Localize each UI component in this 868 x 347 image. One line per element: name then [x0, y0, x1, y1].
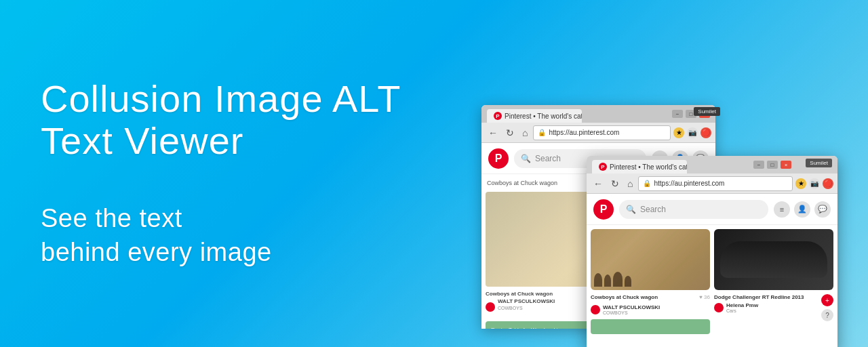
front-pin-title-left: Cowboys at Chuck wagon — [591, 294, 658, 300]
star-icon-front[interactable]: ★ — [795, 178, 806, 189]
front-pin-user-left: WALT PSCULKOWSKI COWBOYS — [591, 304, 710, 315]
like-count: ♥ 36 — [699, 294, 710, 300]
pinterest-search-front[interactable]: 🔍 Search — [619, 200, 768, 219]
pinterest-logo-front: P — [593, 199, 614, 220]
toolbar-icons-back: ★ 📷 🔴 — [673, 127, 711, 138]
minimize-button-back[interactable]: − — [672, 110, 683, 118]
tab-area-front: Pinterest • The world's cat... × — [592, 156, 687, 174]
subtitle-line1: See the text — [41, 204, 182, 232]
sumilet-label-front: Sumilet — [806, 159, 832, 167]
front-user-board-left: COWBOYS — [603, 310, 660, 315]
page-background: Collusion Image ALT Text Viewer See the … — [0, 0, 868, 347]
search-placeholder-back: Search — [535, 154, 561, 163]
person4 — [625, 276, 631, 287]
menu-icon-front[interactable]: ≡ — [774, 201, 790, 218]
action-buttons-right: + ? — [821, 294, 833, 321]
address-bar-back[interactable]: 🔒 https://au.pinterest.com — [533, 125, 671, 140]
star-icon-back[interactable]: ★ — [673, 127, 684, 138]
browser-content-front: P 🔍 Search ≡ 👤 💬 — [587, 194, 837, 347]
front-user-name-left: WALT PSCULKOWSKI — [603, 304, 660, 310]
user-avatar-front-right — [714, 303, 724, 312]
home-button-back[interactable]: ⌂ — [519, 126, 530, 140]
minimize-button-front[interactable]: − — [753, 161, 764, 169]
front-user-board-right: Cars — [726, 308, 758, 313]
back-user-name: WALT PSCULKOWSKI — [498, 298, 555, 304]
home-button-front[interactable]: ⌂ — [625, 177, 635, 190]
toolbar-icons-front: ★ 📷 🔴 — [795, 178, 833, 189]
maximize-button-front[interactable]: □ — [767, 161, 778, 169]
front-content-area: Cowboys at Chuck wagon ♥ 36 WALT PSCULKO… — [587, 225, 837, 347]
profile-icon-front[interactable]: 👤 — [794, 201, 810, 218]
ext-icon-back[interactable]: 📷 — [687, 127, 698, 138]
user-avatar-front-left — [591, 305, 600, 314]
back-user-board: COWBOYS — [498, 306, 555, 310]
back-button-back[interactable]: ← — [486, 126, 500, 140]
header-icons-front: ≡ 👤 💬 — [774, 201, 831, 218]
search-icon-back: 🔍 — [521, 154, 531, 163]
tab-back[interactable]: Pinterest • The world's cat... × — [487, 109, 582, 123]
tab-label-back: Pinterest • The world's cat... — [505, 113, 582, 120]
lock-icon-back: 🔒 — [538, 129, 546, 136]
address-text-front: https://au.pinterest.com — [654, 180, 724, 187]
toolbar-front: ← ↻ ⌂ 🔒 https://au.pinterest.com ★ 📷 🔴 — [587, 174, 837, 194]
front-pin-title-right: Dodge Challenger RT Redline 2013 — [714, 294, 804, 300]
tab-label-front: Pinterest • The world's cat... — [610, 163, 687, 171]
pinterest-favicon-front — [599, 163, 607, 171]
car-silhouette — [720, 241, 827, 278]
browser-mockups-container: Pinterest • The world's cat... × − □ × ←… — [475, 0, 868, 347]
front-pin-actions-left: Cowboys at Chuck wagon ♥ 36 — [591, 294, 710, 300]
like-icon: ♥ — [699, 294, 703, 300]
reload-button-back[interactable]: ↻ — [503, 126, 517, 140]
sumilet-label-back: Sumilet — [694, 107, 720, 116]
person3 — [613, 272, 623, 287]
lock-icon-front: 🔒 — [643, 180, 651, 187]
pinterest-header-front: P 🔍 Search ≡ 👤 💬 — [587, 194, 837, 225]
sepia-people — [594, 272, 707, 287]
main-title: Collusion Image ALT Text Viewer — [41, 78, 434, 161]
user-avatar-back — [486, 302, 495, 312]
close-button-front[interactable]: × — [781, 161, 791, 169]
front-user-name-right: Helena Pmw — [726, 302, 758, 308]
like-number: 36 — [704, 294, 710, 300]
browser-window-front: Pinterest • The world's cat... × Sumilet… — [587, 156, 837, 347]
search-icon-front: 🔍 — [626, 205, 636, 214]
subtitle-line2: behind every image — [41, 238, 272, 266]
front-car-image — [714, 229, 833, 290]
reload-button-front[interactable]: ↻ — [608, 177, 622, 190]
front-sepia-image — [591, 229, 710, 290]
green-bar-label: Router Table for Woodworking — [491, 327, 564, 329]
front-pin-meta-left: Cowboys at Chuck wagon — [591, 294, 658, 300]
front-pin-info-right: Dodge Challenger RT Redline 2013 Helena … — [714, 294, 804, 313]
front-pin-user-right: Helena Pmw Cars — [714, 302, 804, 313]
window-controls-front: − □ × — [753, 161, 791, 169]
messages-icon-front[interactable]: 💬 — [814, 201, 831, 218]
toolbar-back: ← ↻ ⌂ 🔒 https://au.pinterest.com ★ 📷 🔴 — [481, 123, 715, 143]
pinterest-logo-back: P — [488, 148, 509, 169]
search-placeholder-front: Search — [640, 205, 666, 214]
ext2-icon-front[interactable]: 🔴 — [823, 178, 833, 189]
tab-front[interactable]: Pinterest • The world's cat... × — [592, 160, 687, 174]
front-green-btn[interactable] — [591, 319, 710, 334]
subtitle: See the text behind every image — [41, 202, 434, 269]
front-col-left: Cowboys at Chuck wagon ♥ 36 WALT PSCULKO… — [591, 229, 710, 347]
front-col-right: Dodge Challenger RT Redline 2013 Helena … — [714, 229, 833, 347]
pinterest-favicon-back — [494, 112, 502, 120]
front-pin-actions-right: Dodge Challenger RT Redline 2013 Helena … — [714, 294, 833, 321]
address-bar-front[interactable]: 🔒 https://au.pinterest.com — [638, 176, 793, 191]
person1 — [594, 273, 602, 287]
titlebar-back: Pinterest • The world's cat... × − □ × — [481, 105, 715, 123]
address-text-back: https://au.pinterest.com — [549, 129, 619, 136]
person2 — [604, 274, 611, 287]
ext-icon-front[interactable]: 📷 — [809, 178, 820, 189]
back-button-front[interactable]: ← — [591, 177, 606, 190]
plus-button[interactable]: + — [821, 294, 833, 306]
left-section: Collusion Image ALT Text Viewer See the … — [0, 51, 475, 296]
question-button[interactable]: ? — [821, 309, 833, 321]
titlebar-front: Pinterest • The world's cat... × Sumilet… — [587, 156, 837, 174]
ext2-icon-back[interactable]: 🔴 — [701, 127, 711, 138]
tab-area-back: Pinterest • The world's cat... × — [487, 105, 582, 123]
